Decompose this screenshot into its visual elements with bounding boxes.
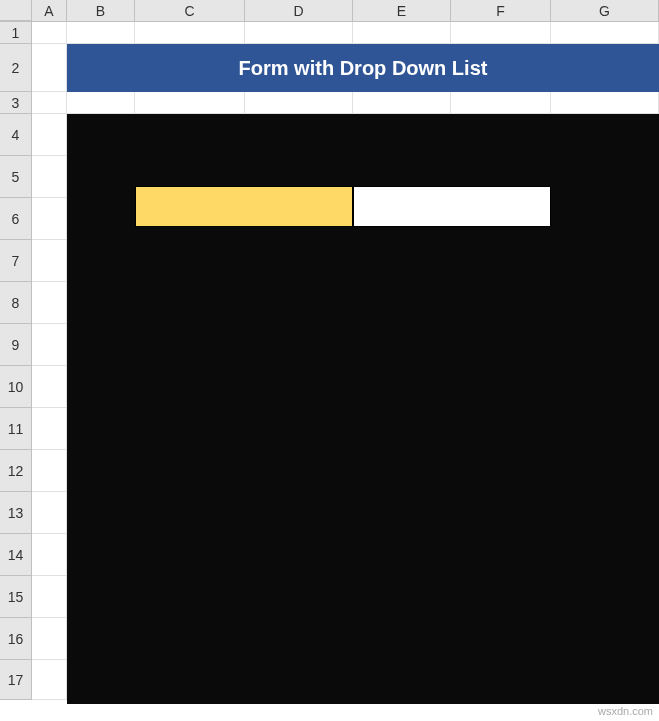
row-header-16[interactable]: 16 <box>0 618 32 660</box>
row-header-5[interactable]: 5 <box>0 156 32 198</box>
cell-A8[interactable] <box>32 282 67 324</box>
cell-A9[interactable] <box>32 324 67 366</box>
cell-G1[interactable] <box>551 22 659 44</box>
cell-B3[interactable] <box>67 92 135 114</box>
column-headers: A B C D E F G <box>0 0 659 22</box>
cell-A15[interactable] <box>32 576 67 618</box>
cell-E1[interactable] <box>353 22 451 44</box>
row-header-4[interactable]: 4 <box>0 114 32 156</box>
cell-B1[interactable] <box>67 22 135 44</box>
row-header-6[interactable]: 6 <box>0 198 32 240</box>
row-header-1[interactable]: 1 <box>0 22 32 44</box>
col-header-F[interactable]: F <box>451 0 551 21</box>
cell-G3[interactable] <box>551 92 659 114</box>
cell-A17[interactable] <box>32 660 67 700</box>
cell-A2[interactable] <box>32 44 67 92</box>
col-header-G[interactable]: G <box>551 0 659 21</box>
row-header-3[interactable]: 3 <box>0 92 32 114</box>
cell-A14[interactable] <box>32 534 67 576</box>
col-header-C[interactable]: C <box>135 0 245 21</box>
cell-A1[interactable] <box>32 22 67 44</box>
cell-C3[interactable] <box>135 92 245 114</box>
cell-A6[interactable] <box>32 198 67 240</box>
cell-D1[interactable] <box>245 22 353 44</box>
col-header-A[interactable]: A <box>32 0 67 21</box>
title-text: Form with Drop Down List <box>239 57 488 80</box>
cell-E3[interactable] <box>353 92 451 114</box>
cell-F3[interactable] <box>451 92 551 114</box>
row-header-7[interactable]: 7 <box>0 240 32 282</box>
row-header-10[interactable]: 10 <box>0 366 32 408</box>
row-header-2[interactable]: 2 <box>0 44 32 92</box>
watermark: wsxdn.com <box>598 705 653 717</box>
cell-A7[interactable] <box>32 240 67 282</box>
cell-F1[interactable] <box>451 22 551 44</box>
cell-A5[interactable] <box>32 156 67 198</box>
row-header-15[interactable]: 15 <box>0 576 32 618</box>
form-dropdown-cell[interactable] <box>353 186 551 227</box>
row-header-9[interactable]: 9 <box>0 324 32 366</box>
row-header-17[interactable]: 17 <box>0 660 32 700</box>
select-all-corner[interactable] <box>0 0 32 21</box>
cell-C1[interactable] <box>135 22 245 44</box>
cell-A4[interactable] <box>32 114 67 156</box>
row-header-11[interactable]: 11 <box>0 408 32 450</box>
cell-A16[interactable] <box>32 618 67 660</box>
row-header-12[interactable]: 12 <box>0 450 32 492</box>
cell-A12[interactable] <box>32 450 67 492</box>
cell-A3[interactable] <box>32 92 67 114</box>
spreadsheet-grid: A B C D E F G 1 2 3 <box>0 0 659 721</box>
col-header-E[interactable]: E <box>353 0 451 21</box>
col-header-B[interactable]: B <box>67 0 135 21</box>
cell-D3[interactable] <box>245 92 353 114</box>
cell-A11[interactable] <box>32 408 67 450</box>
row-header-13[interactable]: 13 <box>0 492 32 534</box>
title-banner: Form with Drop Down List <box>67 44 659 92</box>
cell-A10[interactable] <box>32 366 67 408</box>
form-label-cell[interactable] <box>135 186 353 227</box>
col-header-D[interactable]: D <box>245 0 353 21</box>
row-header-8[interactable]: 8 <box>0 282 32 324</box>
row-header-14[interactable]: 14 <box>0 534 32 576</box>
cell-A13[interactable] <box>32 492 67 534</box>
